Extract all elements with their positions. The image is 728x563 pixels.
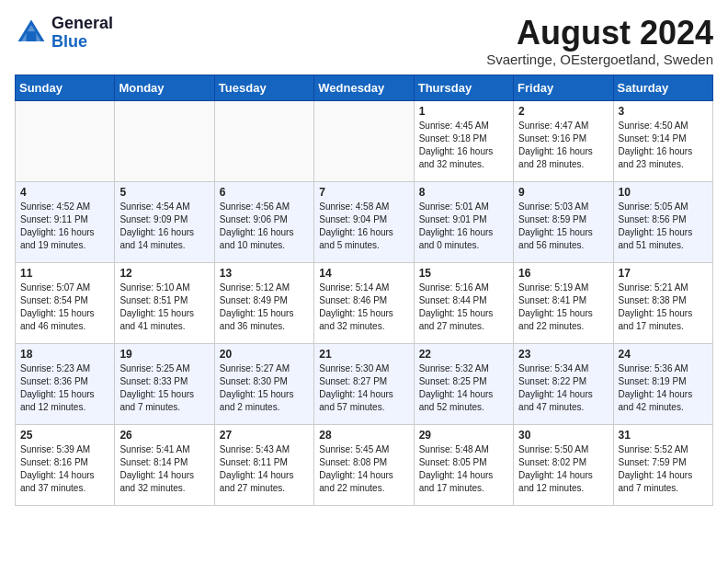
week-row-2: 4Sunrise: 4:52 AM Sunset: 9:11 PM Daylig… — [16, 181, 713, 262]
day-cell: 21Sunrise: 5:30 AM Sunset: 8:27 PM Dayli… — [314, 343, 414, 424]
day-info: Sunrise: 5:25 AM Sunset: 8:33 PM Dayligh… — [119, 362, 209, 414]
day-info: Sunrise: 4:58 AM Sunset: 9:04 PM Dayligh… — [319, 201, 408, 252]
day-number: 20 — [220, 348, 309, 361]
day-info: Sunrise: 5:48 AM Sunset: 8:05 PM Dayligh… — [419, 443, 508, 495]
day-cell: 18Sunrise: 5:23 AM Sunset: 8:36 PM Dayli… — [16, 343, 115, 424]
day-number: 7 — [319, 186, 408, 199]
day-info: Sunrise: 5:27 AM Sunset: 8:30 PM Dayligh… — [220, 362, 309, 414]
page: General Blue August 2024 Svaertinge, OEs… — [0, 0, 728, 521]
day-cell: 16Sunrise: 5:19 AM Sunset: 8:41 PM Dayli… — [514, 262, 613, 343]
day-number: 13 — [220, 267, 309, 280]
logo: General Blue — [15, 15, 113, 52]
day-cell: 10Sunrise: 5:05 AM Sunset: 8:56 PM Dayli… — [613, 181, 712, 262]
day-number: 2 — [518, 105, 608, 118]
day-info: Sunrise: 5:07 AM Sunset: 8:54 PM Dayligh… — [20, 282, 109, 333]
day-info: Sunrise: 5:50 AM Sunset: 8:02 PM Dayligh… — [518, 443, 608, 495]
day-number: 14 — [319, 267, 408, 280]
day-cell: 11Sunrise: 5:07 AM Sunset: 8:54 PM Dayli… — [16, 262, 115, 343]
weekday-header-tuesday: Tuesday — [214, 75, 313, 100]
day-cell: 12Sunrise: 5:10 AM Sunset: 8:51 PM Dayli… — [115, 262, 214, 343]
day-number: 11 — [20, 267, 109, 280]
logo-general-text: General — [51, 14, 113, 32]
day-cell: 6Sunrise: 4:56 AM Sunset: 9:06 PM Daylig… — [214, 181, 313, 262]
day-info: Sunrise: 4:50 AM Sunset: 9:14 PM Dayligh… — [619, 120, 708, 171]
weekday-header-wednesday: Wednesday — [314, 75, 414, 100]
day-info: Sunrise: 4:52 AM Sunset: 9:11 PM Dayligh… — [20, 201, 109, 252]
day-cell: 27Sunrise: 5:43 AM Sunset: 8:11 PM Dayli… — [214, 424, 313, 505]
day-number: 29 — [419, 429, 508, 442]
day-cell — [115, 100, 214, 181]
day-info: Sunrise: 4:45 AM Sunset: 9:18 PM Dayligh… — [419, 120, 508, 171]
day-number: 4 — [20, 186, 109, 199]
day-number: 3 — [619, 105, 708, 118]
week-row-1: 1Sunrise: 4:45 AM Sunset: 9:18 PM Daylig… — [16, 100, 713, 181]
day-cell: 20Sunrise: 5:27 AM Sunset: 8:30 PM Dayli… — [214, 343, 313, 424]
day-cell — [214, 100, 313, 181]
weekday-header-row: SundayMondayTuesdayWednesdayThursdayFrid… — [16, 75, 713, 100]
day-number: 18 — [20, 348, 109, 361]
day-number: 19 — [119, 348, 209, 361]
day-cell: 4Sunrise: 4:52 AM Sunset: 9:11 PM Daylig… — [16, 181, 115, 262]
day-info: Sunrise: 5:14 AM Sunset: 8:46 PM Dayligh… — [319, 282, 408, 333]
day-info: Sunrise: 5:03 AM Sunset: 8:59 PM Dayligh… — [518, 201, 608, 252]
day-number: 16 — [518, 267, 608, 280]
day-number: 26 — [119, 429, 209, 442]
day-cell: 9Sunrise: 5:03 AM Sunset: 8:59 PM Daylig… — [514, 181, 613, 262]
day-info: Sunrise: 5:21 AM Sunset: 8:38 PM Dayligh… — [619, 282, 708, 333]
day-info: Sunrise: 5:12 AM Sunset: 8:49 PM Dayligh… — [220, 282, 309, 333]
day-cell: 5Sunrise: 4:54 AM Sunset: 9:09 PM Daylig… — [115, 181, 214, 262]
day-cell: 28Sunrise: 5:45 AM Sunset: 8:08 PM Dayli… — [314, 424, 414, 505]
day-number: 1 — [419, 105, 508, 118]
day-cell: 15Sunrise: 5:16 AM Sunset: 8:44 PM Dayli… — [414, 262, 513, 343]
weekday-header-thursday: Thursday — [414, 75, 513, 100]
title-block: August 2024 Svaertinge, OEstergoetland, … — [486, 15, 713, 67]
day-cell: 26Sunrise: 5:41 AM Sunset: 8:14 PM Dayli… — [115, 424, 214, 505]
day-number: 31 — [619, 429, 708, 442]
day-number: 28 — [319, 429, 408, 442]
main-title: August 2024 — [486, 15, 713, 52]
day-number: 30 — [518, 429, 608, 442]
day-info: Sunrise: 5:16 AM Sunset: 8:44 PM Dayligh… — [419, 282, 508, 333]
subtitle: Svaertinge, OEstergoetland, Sweden — [486, 52, 713, 67]
day-cell: 1Sunrise: 4:45 AM Sunset: 9:18 PM Daylig… — [414, 100, 513, 181]
day-info: Sunrise: 5:19 AM Sunset: 8:41 PM Dayligh… — [518, 282, 608, 333]
day-number: 23 — [518, 348, 608, 361]
day-cell: 25Sunrise: 5:39 AM Sunset: 8:16 PM Dayli… — [16, 424, 115, 505]
day-cell: 24Sunrise: 5:36 AM Sunset: 8:19 PM Dayli… — [613, 343, 712, 424]
day-cell: 7Sunrise: 4:58 AM Sunset: 9:04 PM Daylig… — [314, 181, 414, 262]
day-cell: 30Sunrise: 5:50 AM Sunset: 8:02 PM Dayli… — [514, 424, 613, 505]
day-number: 21 — [319, 348, 408, 361]
day-cell: 13Sunrise: 5:12 AM Sunset: 8:49 PM Dayli… — [214, 262, 313, 343]
day-cell: 22Sunrise: 5:32 AM Sunset: 8:25 PM Dayli… — [414, 343, 513, 424]
day-number: 24 — [619, 348, 708, 361]
day-number: 27 — [220, 429, 309, 442]
day-number: 8 — [419, 186, 508, 199]
day-number: 9 — [518, 186, 608, 199]
day-cell: 29Sunrise: 5:48 AM Sunset: 8:05 PM Dayli… — [414, 424, 513, 505]
day-cell: 14Sunrise: 5:14 AM Sunset: 8:46 PM Dayli… — [314, 262, 414, 343]
svg-rect-2 — [27, 31, 37, 41]
weekday-header-saturday: Saturday — [613, 75, 712, 100]
day-info: Sunrise: 4:56 AM Sunset: 9:06 PM Dayligh… — [220, 201, 309, 252]
day-info: Sunrise: 5:05 AM Sunset: 8:56 PM Dayligh… — [619, 201, 708, 252]
week-row-4: 18Sunrise: 5:23 AM Sunset: 8:36 PM Dayli… — [16, 343, 713, 424]
week-row-3: 11Sunrise: 5:07 AM Sunset: 8:54 PM Dayli… — [16, 262, 713, 343]
day-number: 12 — [119, 267, 209, 280]
day-info: Sunrise: 4:47 AM Sunset: 9:16 PM Dayligh… — [518, 120, 608, 171]
week-row-5: 25Sunrise: 5:39 AM Sunset: 8:16 PM Dayli… — [16, 424, 713, 505]
day-info: Sunrise: 5:52 AM Sunset: 7:59 PM Dayligh… — [619, 443, 708, 495]
day-info: Sunrise: 5:43 AM Sunset: 8:11 PM Dayligh… — [220, 443, 309, 495]
day-info: Sunrise: 5:30 AM Sunset: 8:27 PM Dayligh… — [319, 362, 408, 414]
day-number: 5 — [119, 186, 209, 199]
day-number: 22 — [419, 348, 508, 361]
day-number: 6 — [220, 186, 309, 199]
day-cell: 8Sunrise: 5:01 AM Sunset: 9:01 PM Daylig… — [414, 181, 513, 262]
header: General Blue August 2024 Svaertinge, OEs… — [15, 15, 713, 67]
day-info: Sunrise: 5:34 AM Sunset: 8:22 PM Dayligh… — [518, 362, 608, 414]
weekday-header-sunday: Sunday — [16, 75, 115, 100]
day-info: Sunrise: 5:39 AM Sunset: 8:16 PM Dayligh… — [20, 443, 109, 495]
day-info: Sunrise: 5:32 AM Sunset: 8:25 PM Dayligh… — [419, 362, 508, 414]
day-number: 25 — [20, 429, 109, 442]
day-cell — [314, 100, 414, 181]
day-info: Sunrise: 5:45 AM Sunset: 8:08 PM Dayligh… — [319, 443, 408, 495]
